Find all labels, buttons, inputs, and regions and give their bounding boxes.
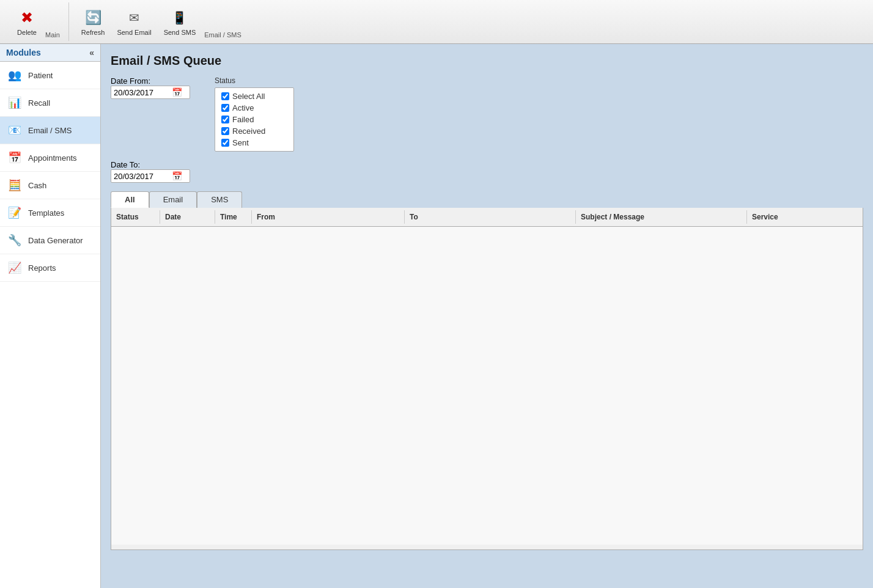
send-email-label: Send Email [117,29,151,36]
col-date: Date [160,210,215,224]
tab-all[interactable]: All [111,191,149,208]
date-to-wrapper: 📅 [111,169,190,183]
tab-email[interactable]: Email [149,191,197,208]
col-status: Status [111,210,160,224]
table-header: StatusDateTimeFromToSubject / MessageSer… [111,208,863,227]
active-checkbox[interactable] [221,104,229,112]
table-container: StatusDateTimeFromToSubject / MessageSer… [111,208,863,550]
sidebar-item-appointments[interactable]: 📅 Appointments [0,144,100,172]
sidebar-header: Modules « [0,44,100,62]
delete-button[interactable]: ✖ Delete [11,6,43,39]
sidebar-item-label-email-sms: Email / SMS [28,126,72,135]
checkbox-active[interactable]: Active [221,103,287,112]
date-to-label: Date To: [111,160,140,169]
page-title: Email / SMS Queue [111,54,863,68]
date-from-calendar-icon[interactable]: 📅 [172,87,182,97]
toolbar-group-main: ✖ Delete Main [5,2,69,41]
received-checkbox[interactable] [221,127,229,135]
date-from-wrapper: 📅 [111,86,190,99]
sidebar-item-label-cash: Cash [28,181,46,190]
delete-icon: ✖ [17,8,37,28]
send-sms-label: Send SMS [164,29,196,36]
main-group-title: Main [43,31,62,41]
toolbar-group-email-sms: 🔄 Refresh ✉ Send Email 📱 Send SMS Email … [69,2,250,41]
select-all-checkbox[interactable] [221,92,229,100]
col-service: Service [747,210,820,224]
email-sms-icon: 📧 [6,122,23,139]
col-from: From [252,210,405,224]
col-time: Time [215,210,252,224]
refresh-icon: 🔄 [83,8,103,28]
sidebar-item-data-generator[interactable]: 🔧 Data Generator [0,227,100,254]
content-area: Email / SMS Queue Date From: 📅 Status Se… [101,44,873,588]
sidebar-item-patient[interactable]: 👥 Patient [0,62,100,89]
app: Modules « 👥 Patient 📊 Recall 📧 Email / S… [0,44,873,588]
delete-label: Delete [17,29,37,36]
tabs: AllEmailSMS [111,191,863,208]
sidebar-item-recall[interactable]: 📊 Recall [0,89,100,117]
sidebar-item-label-appointments: Appointments [28,153,77,163]
sidebar-title: Modules [6,48,41,57]
sidebar-items: 👥 Patient 📊 Recall 📧 Email / SMS 📅 Appoi… [0,62,100,282]
patient-icon: 👥 [6,67,23,84]
sidebar-item-label-patient: Patient [28,71,53,80]
sidebar-item-email-sms[interactable]: 📧 Email / SMS [0,117,100,144]
tab-sms[interactable]: SMS [197,191,242,208]
sidebar-item-label-recall: Recall [28,98,50,108]
sidebar-item-label-data-generator: Data Generator [28,236,83,245]
reports-icon: 📈 [6,259,23,276]
data-generator-icon: 🔧 [6,232,23,249]
send-sms-button[interactable]: 📱 Send SMS [158,6,202,39]
send-email-icon: ✉ [125,8,144,28]
date-to-calendar-icon[interactable]: 📅 [172,171,182,181]
templates-icon: 📝 [6,204,23,221]
sidebar-item-cash[interactable]: 🧮 Cash [0,172,100,199]
cash-icon: 🧮 [6,177,23,194]
refresh-label: Refresh [81,29,105,36]
send-sms-icon: 📱 [170,8,190,28]
recall-icon: 📊 [6,94,23,111]
sidebar-item-label-templates: Templates [28,208,64,218]
status-checkbox-box: Select All Active Failed Received Sent [215,87,294,152]
date-from-label: Date From: [111,76,150,86]
appointments-icon: 📅 [6,149,23,166]
col-subject-message: Subject / Message [576,210,747,224]
sidebar-item-reports[interactable]: 📈 Reports [0,254,100,282]
checkbox-sent[interactable]: Sent [221,138,287,147]
sidebar-collapse-button[interactable]: « [89,48,94,57]
date-to-input[interactable] [114,172,172,181]
email-sms-group-title: Email / SMS [202,31,244,41]
checkbox-received[interactable]: Received [221,127,287,136]
date-from-input[interactable] [114,88,172,97]
sidebar-item-templates[interactable]: 📝 Templates [0,199,100,227]
sent-checkbox[interactable] [221,139,229,147]
send-email-button[interactable]: ✉ Send Email [111,6,157,39]
toolbar: ✖ Delete Main 🔄 Refresh ✉ Send Email 📱 S… [0,0,873,44]
col-to: To [405,210,576,224]
checkbox-failed[interactable]: Failed [221,115,287,124]
sidebar-item-label-reports: Reports [28,263,56,273]
filter-area: Date From: 📅 Status Select All Active Fa… [111,76,863,152]
sidebar: Modules « 👥 Patient 📊 Recall 📧 Email / S… [0,44,101,588]
status-group: Status Select All Active Failed Received… [215,76,294,152]
failed-checkbox[interactable] [221,116,229,123]
refresh-button[interactable]: 🔄 Refresh [75,6,111,39]
checkbox-select-all[interactable]: Select All [221,92,287,101]
date-from-group: Date From: 📅 [111,76,190,152]
table-body [111,227,863,545]
date-to-group: Date To: 📅 [111,160,863,183]
status-label: Status [215,76,294,85]
